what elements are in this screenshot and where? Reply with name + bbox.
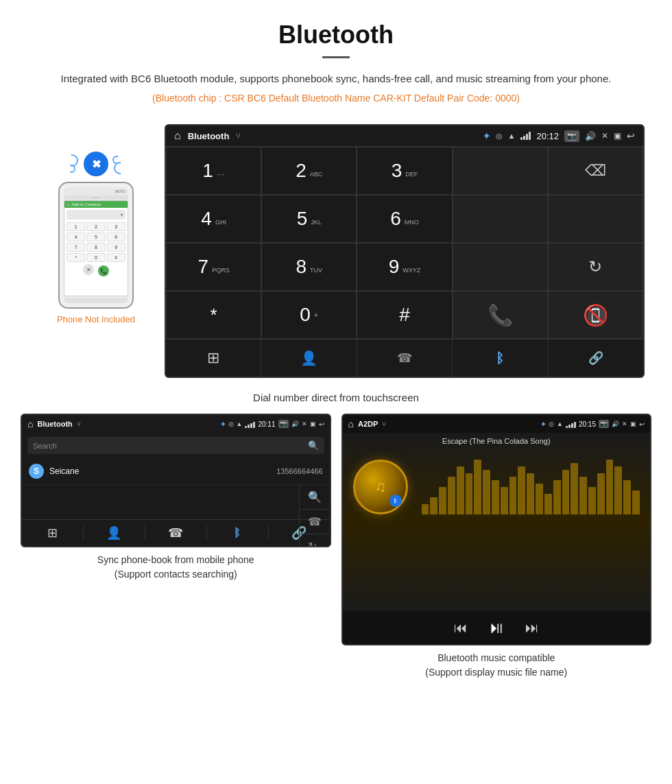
pb-back-icon: ↩: [319, 420, 324, 428]
phone-container: ✖ MOTO • • • + Add to Contacts: [27, 124, 165, 324]
phone-screen-header: + Add to Contacts: [64, 201, 128, 208]
dial-key-hash[interactable]: #: [357, 291, 452, 339]
caption-music: Bluetooth music compatible (Support disp…: [341, 651, 652, 680]
caption-phonebook: Sync phone-book from mobile phone (Suppo…: [21, 553, 331, 582]
dial-key-7[interactable]: 7 PQRS: [166, 243, 261, 291]
dialpad-row1: 1 ∽∽ 2 ABC 3 DEF: [166, 147, 643, 195]
person-icon: 👤: [300, 350, 317, 366]
phonebook-screen-wrap: ⌂ Bluetooth ⑂ ✦ ◎ ▲ 20:11 📷: [21, 414, 331, 680]
middle-section: ✖ MOTO • • • + Add to Contacts: [0, 117, 672, 385]
phone-screen: + Add to Contacts ▼ 1 2 3 4 5 6: [64, 200, 128, 296]
dial-key-6[interactable]: 6 MNO: [357, 195, 452, 243]
music-vol-icon: 🔊: [612, 420, 619, 427]
location-icon: ◎: [496, 132, 503, 141]
dial-key-0[interactable]: 0 +: [261, 291, 357, 339]
car-btn-link[interactable]: 🔗: [549, 340, 643, 377]
pb-signal-bars: [245, 420, 255, 428]
wave-lines-right: [111, 157, 123, 171]
song-title: Escape (The Pina Colada Song): [442, 437, 551, 445]
dial-key-refresh[interactable]: ↻: [548, 243, 643, 291]
car-bottom-bar: ⊞ 👤 ☎ ᛒ 🔗: [166, 339, 643, 377]
car-btn-grid[interactable]: ⊞: [166, 340, 261, 377]
close-icon: ✕: [601, 131, 608, 141]
dial-key-backspace[interactable]: ⌫: [548, 147, 643, 195]
bt-status-icon: ✦: [483, 131, 490, 141]
caption-dial: Dial number direct from touchscreen: [0, 392, 672, 403]
pb-search-bar[interactable]: Search 🔍: [27, 437, 324, 454]
dial-key-8[interactable]: 8 TUV: [261, 243, 357, 291]
pb-action-search[interactable]: 🔍: [300, 485, 330, 510]
car-btn-bluetooth[interactable]: ᛒ: [453, 340, 548, 377]
bottom-screens: ⌂ Bluetooth ⑂ ✦ ◎ ▲ 20:11 📷: [0, 414, 672, 680]
dial-key-call[interactable]: 📞: [453, 291, 548, 339]
pb-bt-icon: ✦: [220, 420, 226, 428]
music-close-icon: ✕: [622, 420, 627, 427]
pb-btn-person[interactable]: 👤: [84, 525, 145, 541]
dialpad-row2: 4 GHI 5 JKL 6 MNO: [166, 195, 643, 243]
music-title-bar: Escape (The Pina Colada Song): [343, 433, 651, 449]
header-section: Bluetooth Integrated with BC6 Bluetooth …: [0, 0, 672, 117]
car-btn-person[interactable]: 👤: [261, 340, 357, 377]
dial-key-9[interactable]: 9 WXYZ: [357, 243, 452, 291]
music-prev-btn[interactable]: ⏮: [454, 620, 468, 636]
signal-bars: [520, 132, 531, 140]
phone-dialpad: ▼ 1 2 3 4 5 6 7 8 9: [64, 208, 128, 280]
pb-search-placeholder: Search: [33, 442, 57, 450]
car-btn-phone[interactable]: ☎: [357, 340, 453, 377]
phone-icon: ☎: [397, 351, 412, 366]
dial-key-1[interactable]: 1 ∽∽: [166, 147, 261, 195]
music-back-icon: ↩: [639, 420, 645, 428]
pb-btn-grid[interactable]: ⊞: [22, 525, 84, 541]
pb-status-bar: ⌂ Bluetooth ⑂ ✦ ◎ ▲ 20:11 📷: [22, 415, 330, 433]
app-name-label: Bluetooth: [188, 131, 230, 141]
car-status-bar: ⌂ Bluetooth ⑂ ✦ ◎ ▲ 20:12 📷: [166, 126, 643, 147]
music-playpause-btn[interactable]: ⏯: [488, 618, 505, 637]
pb-bottom-bar: ⊞ 👤 ☎ ᛒ 🔗: [22, 519, 330, 546]
home-icon[interactable]: ⌂: [174, 130, 181, 142]
music-home-icon: ⌂: [348, 418, 354, 429]
pb-action-refresh[interactable]: ↻: [300, 534, 330, 547]
dialpad-row4: * 0 + # 📞 📵: [166, 291, 643, 339]
pb-time: 20:11: [258, 420, 275, 428]
time-display: 20:12: [536, 131, 559, 141]
music-status-right: ✦ ◎ ▲ 20:15 📷 🔊 ✕ ▣ ↩: [540, 420, 645, 428]
music-window-icon: ▣: [630, 420, 636, 427]
pb-window-icon: ▣: [310, 420, 316, 427]
pb-btn-phone[interactable]: ☎: [145, 525, 207, 541]
music-screen: ⌂ A2DP ⑂ ✦ ◎ ▲ 20:15 📷 🔊: [341, 414, 652, 645]
back-icon: ↩: [627, 130, 635, 141]
dial-key-5[interactable]: 5 JKL: [261, 195, 357, 243]
dial-key-3[interactable]: 3 DEF: [357, 147, 452, 195]
music-status-bar: ⌂ A2DP ⑂ ✦ ◎ ▲ 20:15 📷 🔊: [343, 415, 651, 433]
dial-key-4[interactable]: 4 GHI: [166, 195, 261, 243]
music-next-btn[interactable]: ⏭: [525, 620, 539, 636]
description-text: Integrated with BC6 Bluetooth module, su…: [41, 71, 631, 87]
dial-key-2[interactable]: 2 ABC: [261, 147, 357, 195]
music-usb-icon: ⑂: [382, 420, 386, 428]
pb-home-icon: ⌂: [27, 418, 33, 429]
music-album-art: ♫ ᛒ: [353, 460, 408, 514]
pb-app-name: Bluetooth: [37, 420, 72, 428]
pb-close-icon: ✕: [302, 420, 307, 427]
dial-key-star[interactable]: *: [166, 291, 261, 339]
bluetooth-icon: ᛒ: [496, 351, 504, 366]
signal-icon: ▲: [508, 132, 516, 140]
bt-icon-circle: ✖: [84, 152, 108, 176]
music-bt-badge: ᛒ: [389, 495, 402, 507]
title-divider: [322, 56, 350, 58]
pb-grid-icon: ⊞: [47, 525, 58, 541]
phone-top-bar: MOTO: [64, 187, 128, 195]
pb-contact-row[interactable]: S Seicane 13566664466: [22, 458, 330, 485]
pb-action-call[interactable]: ☎: [300, 510, 330, 534]
pb-status-left: ⌂ Bluetooth ⑂: [27, 418, 81, 429]
phone-bottom: [64, 298, 128, 303]
dial-key-end[interactable]: 📵: [548, 291, 643, 339]
music-status-left: ⌂ A2DP ⑂: [348, 418, 387, 429]
camera-icon: 📷: [564, 130, 579, 142]
pb-btn-bluetooth[interactable]: ᛒ: [207, 525, 269, 541]
music-album-area: ♫ ᛒ: [343, 449, 651, 525]
music-signal-bars: [566, 420, 576, 428]
pb-person-icon: 👤: [106, 525, 121, 541]
music-app-name: A2DP: [358, 420, 378, 428]
music-screen-inner: Escape (The Pina Colada Song) ♫ ᛒ: [343, 433, 651, 611]
